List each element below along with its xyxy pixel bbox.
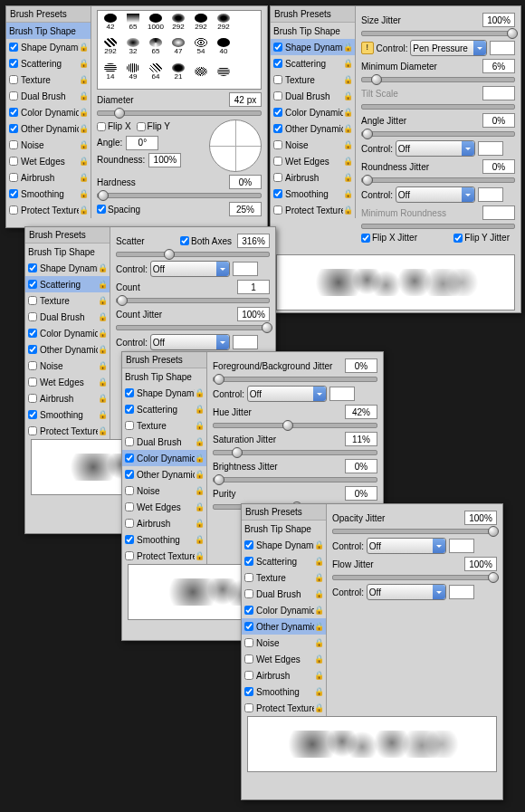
fgbg-label: Foreground/Background Jitter — [213, 361, 332, 371]
min-dia-input[interactable] — [482, 59, 515, 73]
both-axes[interactable]: Both Axes — [180, 236, 232, 246]
opacity-label: Opacity Jitter — [332, 513, 385, 523]
fgbg-control-select[interactable]: Off — [247, 386, 327, 402]
purity-input[interactable] — [345, 486, 377, 501]
si-smooth[interactable]: Smoothing🔒 — [6, 186, 91, 202]
bp-header[interactable]: Brush Presets — [271, 6, 355, 23]
diameter-slider[interactable] — [97, 110, 262, 116]
si-dual[interactable]: Dual Brush🔒 — [6, 88, 91, 104]
preview — [247, 716, 497, 772]
angle-control-select[interactable]: Off — [396, 140, 475, 157]
si-scatter[interactable]: Scattering🔒 — [6, 55, 91, 72]
si-shape[interactable]: Shape Dynamics🔒 — [6, 39, 91, 55]
brush-swatches[interactable]: 42651000292292292 2923265475440 14496421 — [97, 10, 262, 90]
flow-input[interactable] — [464, 557, 497, 571]
si-other[interactable]: Other Dynamics🔒 — [6, 120, 91, 137]
count-input[interactable] — [237, 280, 270, 294]
si-color-sel[interactable]: Color Dynamics🔒 — [122, 450, 206, 466]
flipy-jitter[interactable]: Flip Y Jitter — [453, 233, 510, 243]
size-control-select[interactable]: Pen Pressure — [410, 40, 487, 56]
size-jitter-input[interactable] — [482, 13, 515, 27]
size-jitter-label: Size Jitter — [361, 15, 401, 25]
preview — [276, 254, 515, 310]
brush-presets-header[interactable]: Brush Presets — [6, 6, 91, 23]
si-other-sel[interactable]: Other Dynamics🔒 — [242, 618, 326, 635]
bri-input[interactable] — [345, 459, 377, 473]
si-noise[interactable]: Noise🔒 — [6, 137, 91, 153]
sat-input[interactable] — [345, 432, 377, 446]
warning-icon: ! — [361, 42, 374, 54]
scatter-control-select[interactable]: Off — [150, 261, 230, 277]
hue-input[interactable] — [345, 405, 377, 419]
round-control-select[interactable]: Off — [396, 186, 475, 203]
si-color[interactable]: Color Dynamics🔒 — [6, 104, 91, 120]
si-shape[interactable]: Shape Dynamics🔒 — [271, 39, 355, 55]
tip[interactable]: Brush Tip Shape — [271, 23, 355, 39]
scatter-input[interactable] — [237, 234, 270, 248]
fgbg-input[interactable] — [345, 358, 377, 373]
tip-shape[interactable]: Brush Tip Shape — [6, 23, 91, 39]
si-protect[interactable]: Protect Texture🔒 — [6, 202, 91, 218]
spacing-input[interactable] — [229, 202, 262, 216]
opacity-input[interactable] — [464, 511, 497, 525]
round-jitter-input[interactable] — [482, 159, 515, 174]
panel-brush-tip: Brush Presets Brush Tip Shape Shape Dyna… — [5, 5, 268, 228]
count-jitter-input[interactable] — [237, 307, 270, 321]
lock-icon: 🔒 — [79, 43, 88, 52]
si-air[interactable]: Airbrush🔒 — [6, 169, 91, 186]
si-wet[interactable]: Wet Edges🔒 — [6, 153, 91, 169]
panel-other-dynamics: Brush Presets Brush Tip Shape Shape Dyna… — [241, 503, 503, 800]
scatter-label: Scatter — [116, 236, 145, 246]
cjitter-control-select[interactable]: Off — [150, 334, 230, 350]
diameter-input[interactable] — [229, 92, 262, 107]
opacity-control-select[interactable]: Off — [367, 538, 446, 554]
panel-shape-dynamics: Brush Presets Brush Tip Shape Shape Dyna… — [270, 5, 521, 313]
sidebar: Brush Presets Brush Tip Shape Shape Dyna… — [6, 6, 91, 218]
diameter-label: Diameter — [97, 95, 134, 105]
si-texture[interactable]: Texture🔒 — [6, 72, 91, 88]
hardness-slider[interactable] — [97, 193, 262, 198]
flipy[interactable]: Flip Y — [137, 121, 170, 131]
angle-widget[interactable]: ▶ — [209, 119, 262, 172]
flow-control-select[interactable]: Off — [367, 584, 446, 600]
flipx[interactable]: Flip X — [97, 121, 131, 131]
roundness-input[interactable] — [148, 153, 181, 167]
spacing-chk[interactable]: Spacing — [97, 205, 140, 215]
flipx-jitter[interactable]: Flip X Jitter — [361, 233, 417, 243]
hardness-input[interactable] — [229, 175, 262, 189]
angle-jitter-input[interactable] — [482, 113, 515, 128]
si-scattering-sel[interactable]: Scattering🔒 — [25, 276, 110, 292]
angle-input[interactable] — [126, 136, 158, 150]
